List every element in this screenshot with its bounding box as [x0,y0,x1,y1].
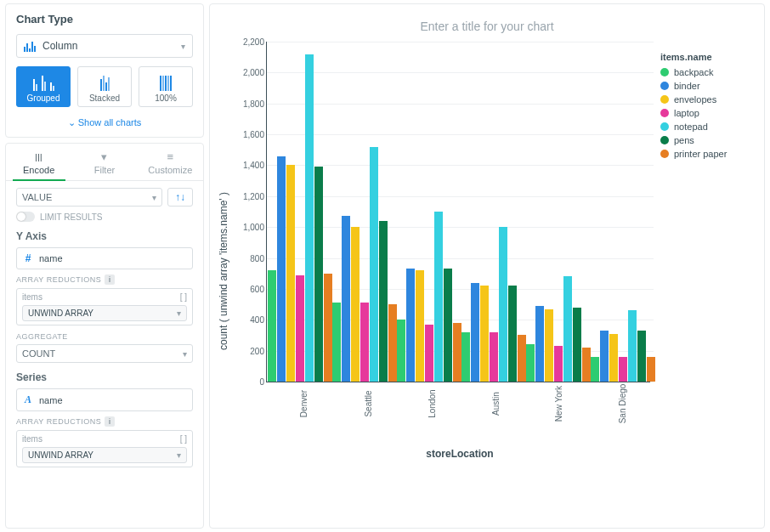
x-tick: Denver [268,385,331,394]
bar[interactable] [425,325,433,382]
legend-item[interactable]: backpack [660,67,752,77]
bar[interactable] [619,357,627,382]
subtype-label: 100% [155,93,177,103]
x-axis-label: storeLocation [266,448,654,460]
chart-title-input[interactable]: Enter a title for your chart [218,20,756,33]
aggregate-select[interactable]: COUNT ▾ [16,344,193,363]
bar[interactable] [324,274,332,382]
category-group [268,54,332,382]
bar[interactable] [342,216,350,382]
bar[interactable] [388,304,397,382]
bar[interactable] [268,270,276,382]
x-tick: San Diego [586,385,650,394]
legend-item[interactable]: notepad [660,122,752,132]
bar[interactable] [535,306,544,382]
hundred-icon [141,72,190,91]
bar[interactable] [305,54,314,382]
legend-label: binder [674,81,700,91]
bar[interactable] [406,269,415,382]
chart-type-select[interactable]: Column ▾ [16,34,193,58]
bar[interactable] [526,344,535,382]
tab-encode[interactable]: ⫼ Encode [6,144,71,180]
bar[interactable] [490,332,498,382]
bar[interactable] [609,334,618,382]
bar[interactable] [351,227,360,382]
bar[interactable] [518,335,526,382]
subtype-stacked[interactable]: Stacked [77,66,132,107]
bar[interactable] [637,331,646,382]
legend-item[interactable]: laptop [660,108,752,118]
bar[interactable] [647,357,655,382]
legend-item[interactable]: printer paper [660,149,752,159]
legend-item[interactable]: pens [660,135,752,145]
bar[interactable] [499,227,507,382]
bar[interactable] [416,270,424,382]
text-type-icon: A [22,393,34,406]
value-select[interactable]: VALUE ▾ [16,188,162,207]
encode-panel: ⫼ Encode ▾ Filter ≡ Customize VALUE ▾ ↑↓ [5,143,204,529]
series-reduction-select[interactable]: UNWIND ARRAY ▾ [22,447,187,463]
tab-customize[interactable]: ≡ Customize [138,144,203,180]
bar[interactable] [563,276,572,382]
bar[interactable] [360,303,369,382]
y-axis-field[interactable]: # name [16,247,193,269]
bar[interactable] [508,286,517,382]
x-tick: Austin [459,385,523,394]
show-all-charts-link[interactable]: ⌄ Show all charts [6,114,203,137]
brackets-icon: [ ] [180,292,187,302]
bar[interactable] [591,357,599,382]
bar[interactable] [554,346,563,382]
subtype-row: Grouped Stacked 100% [6,66,203,114]
y-reduction-select[interactable]: UNWIND ARRAY ▾ [22,305,187,321]
legend-swatch-icon [660,68,669,76]
stacked-icon [80,72,129,91]
bar[interactable] [600,331,609,382]
bar[interactable] [296,275,304,382]
y-tick: 1,600 [243,130,264,139]
bar[interactable] [480,286,489,382]
bar[interactable] [444,269,452,382]
tab-filter[interactable]: ▾ Filter [71,144,137,180]
info-icon[interactable]: i [105,416,115,427]
bar[interactable] [453,323,461,382]
x-tick: London [395,385,459,394]
bar[interactable] [370,147,378,382]
bar[interactable] [545,309,553,382]
y-tick: 1,800 [243,99,264,108]
subtype-grouped[interactable]: Grouped [16,66,71,107]
subtype-100[interactable]: 100% [139,66,193,107]
limit-results-row: LIMIT RESULTS [16,212,193,222]
sort-icon: ↑↓ [175,191,185,203]
bar[interactable] [573,308,581,382]
legend-item[interactable]: envelopes [660,94,752,105]
subtype-label: Grouped [27,93,60,103]
y-tick: 1,200 [243,191,264,201]
bar[interactable] [286,165,295,382]
bar[interactable] [277,156,286,382]
bar[interactable] [471,283,479,382]
legend-swatch-icon [660,122,669,131]
bar[interactable] [314,167,323,382]
bar[interactable] [332,303,341,382]
bar[interactable] [397,320,405,382]
info-icon[interactable]: i [105,274,115,285]
bar[interactable] [434,212,443,382]
legend-label: notepad [674,122,708,132]
bar[interactable] [461,332,470,382]
legend-item[interactable]: binder [660,81,752,91]
limit-toggle[interactable] [16,212,35,222]
x-axis-line [266,382,650,382]
series-field[interactable]: A name [16,388,193,411]
legend-swatch-icon [660,150,669,158]
bar[interactable] [628,310,637,382]
legend: items.name backpackbinderenvelopeslaptop… [654,42,756,501]
sort-button[interactable]: ↑↓ [167,188,193,207]
category-group [526,276,591,382]
chevron-down-icon: ▾ [152,193,156,202]
bar[interactable] [582,348,591,382]
aggregate-label: AGGREGATE [16,332,193,341]
y-tick: 1,000 [243,223,264,232]
bar[interactable] [379,221,388,382]
legend-swatch-icon [660,95,669,104]
chart-canvas: Enter a title for your chart count ( unw… [209,3,765,529]
